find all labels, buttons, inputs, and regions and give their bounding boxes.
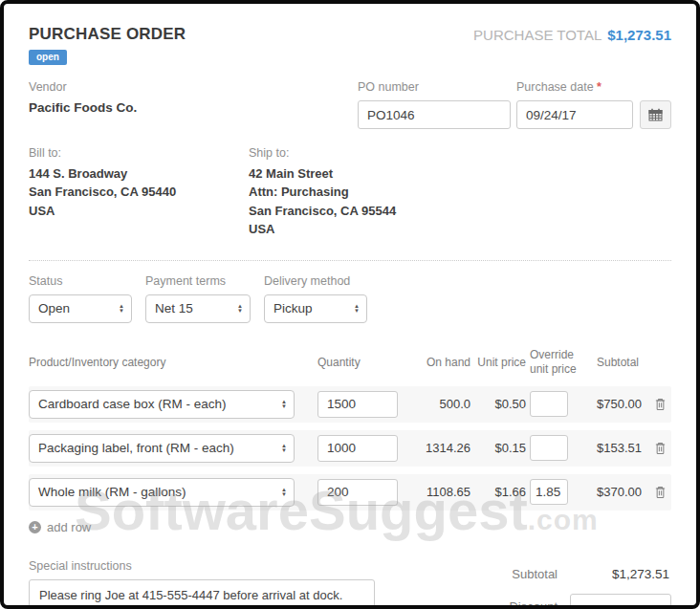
plus-icon: + (29, 521, 41, 533)
col-header-product: Product/Inventory category (29, 356, 306, 371)
delivery-method-select[interactable]: Pickup ▲▼ (264, 294, 367, 323)
table-row: Cardboard case box (RM - each) ▲▼ 500.0 … (29, 386, 671, 423)
delete-row-button[interactable] (654, 397, 671, 411)
subtotal-row: Subtotal $1,273.51 (411, 561, 671, 587)
bill-to-line: USA (29, 202, 249, 221)
subtotal-label: Subtotal (512, 567, 558, 581)
delivery-method-select-value: Pickup (273, 301, 313, 315)
col-header-on-hand: On hand (402, 356, 470, 371)
vendor-label: Vendor (29, 80, 358, 94)
product-select[interactable]: Packaging label, front (RM - each) ▲▼ (29, 434, 295, 463)
col-header-quantity: Quantity (306, 356, 402, 371)
on-hand-value: 1108.65 (402, 485, 470, 499)
delete-row-button[interactable] (654, 485, 671, 499)
required-asterisk: * (597, 80, 602, 94)
order-options-row: Status Open ▲▼ Payment terms Net 15 ▲▼ D… (29, 274, 671, 323)
bill-to-line: 144 S. Broadway (29, 164, 249, 184)
discount-row: Discount (411, 594, 671, 609)
discount-input[interactable] (570, 594, 671, 609)
special-instructions-block: Special instructions Please ring Joe at … (29, 559, 375, 609)
po-number-input[interactable] (358, 100, 511, 129)
delivery-method-label: Delivery method (264, 274, 367, 288)
section-divider (29, 260, 671, 261)
totals-panel: Subtotal $1,273.51 Discount Tax Shipping (411, 559, 671, 609)
quantity-input[interactable] (317, 391, 398, 418)
purchase-order-window: PURCHASE ORDER open PURCHASE TOTAL$1,273… (0, 0, 700, 609)
trash-icon (654, 441, 667, 455)
ship-to-label: Ship to: (249, 144, 396, 163)
bottom-section: Special instructions Please ring Joe at … (29, 559, 671, 609)
calendar-icon (648, 108, 663, 121)
line-items-table: Product/Inventory category Quantity On h… (29, 348, 671, 534)
discount-label: Discount (509, 599, 558, 609)
special-instructions-label: Special instructions (29, 559, 375, 573)
vendor-name: Pacific Foods Co. (29, 100, 358, 115)
col-header-subtotal: Subtotal (585, 356, 654, 371)
po-number-block: PO number (358, 80, 511, 129)
col-header-override: Override unit price (526, 348, 585, 378)
purchase-date-input[interactable] (516, 100, 633, 129)
table-row: Packaging label, front (RM - each) ▲▼ 13… (29, 430, 671, 467)
product-select-value: Packaging label, front (RM - each) (38, 441, 234, 455)
col-header-unit-price: Unit price (470, 356, 526, 371)
product-select[interactable]: Whole milk (RM - gallons) ▲▼ (29, 478, 295, 507)
quantity-input[interactable] (317, 479, 398, 506)
status-group: Status Open ▲▼ (29, 274, 132, 323)
select-stepper-icon: ▲▼ (281, 488, 287, 497)
bill-to-line: San Francisco, CA 95440 (29, 183, 249, 202)
select-stepper-icon: ▲▼ (119, 304, 124, 314)
select-stepper-icon: ▲▼ (281, 400, 287, 409)
line-subtotal-value: $750.00 (585, 397, 654, 411)
title-block: PURCHASE ORDER open (29, 25, 186, 65)
page-title: PURCHASE ORDER (29, 25, 186, 44)
purchase-total-top: PURCHASE TOTAL$1,273.51 (473, 27, 671, 43)
payment-terms-select[interactable]: Net 15 ▲▼ (145, 294, 251, 323)
calendar-button[interactable] (640, 100, 671, 129)
select-stepper-icon: ▲▼ (354, 304, 360, 314)
add-row-button[interactable]: + add row (29, 520, 115, 534)
product-select-value: Whole milk (RM - gallons) (38, 485, 186, 499)
unit-price-value: $0.15 (470, 441, 526, 455)
override-price-input[interactable] (530, 435, 568, 461)
addresses-row: Bill to: 144 S. Broadway San Francisco, … (29, 144, 671, 239)
line-subtotal-value: $153.51 (585, 441, 654, 455)
product-select[interactable]: Cardboard case box (RM - each) ▲▼ (29, 390, 295, 419)
purchase-total-label: PURCHASE TOTAL (473, 27, 602, 43)
trash-icon (654, 485, 667, 499)
ship-to-line: Attn: Purchasing (249, 183, 396, 202)
special-instructions-textarea[interactable]: Please ring Joe at 415-555-4447 before a… (29, 579, 375, 609)
select-stepper-icon: ▲▼ (281, 444, 287, 453)
table-row: Whole milk (RM - gallons) ▲▼ 1108.65 $1.… (29, 474, 671, 511)
override-price-input[interactable] (530, 391, 568, 417)
table-header-row: Product/Inventory category Quantity On h… (29, 348, 671, 378)
ship-to-line: 42 Main Street (249, 164, 396, 184)
delete-row-button[interactable] (654, 441, 671, 455)
quantity-input[interactable] (317, 435, 398, 462)
payment-terms-label: Payment terms (145, 274, 251, 288)
override-price-input[interactable] (530, 479, 568, 505)
ship-to-line: USA (249, 220, 396, 239)
add-row-label: add row (47, 520, 91, 534)
purchase-date-block: Purchase date * (516, 80, 671, 129)
vendor-block: Vendor Pacific Foods Co. (29, 80, 358, 129)
unit-price-value: $1.66 (470, 485, 526, 499)
purchase-order-form: PURCHASE ORDER open PURCHASE TOTAL$1,273… (4, 4, 696, 605)
status-select-value: Open (38, 301, 70, 315)
purchase-total-value: $1,273.51 (607, 27, 671, 43)
trash-icon (654, 397, 667, 411)
on-hand-value: 500.0 (402, 397, 470, 411)
ship-to-line: San Francisco, CA 95544 (249, 202, 396, 221)
status-badge: open (29, 50, 67, 65)
subtotal-value: $1,273.51 (570, 567, 671, 581)
purchase-date-label: Purchase date * (516, 80, 671, 94)
top-fields-row: Vendor Pacific Foods Co. PO number Purch… (29, 80, 671, 129)
bill-to-label: Bill to: (29, 144, 249, 163)
payment-terms-select-value: Net 15 (155, 301, 193, 315)
status-label: Status (29, 274, 132, 288)
status-select[interactable]: Open ▲▼ (29, 294, 132, 323)
unit-price-value: $0.50 (470, 397, 526, 411)
ship-to-block: Ship to: 42 Main Street Attn: Purchasing… (249, 144, 396, 239)
bill-to-block: Bill to: 144 S. Broadway San Francisco, … (29, 144, 249, 239)
on-hand-value: 1314.26 (402, 441, 470, 455)
payment-terms-group: Payment terms Net 15 ▲▼ (145, 274, 251, 323)
